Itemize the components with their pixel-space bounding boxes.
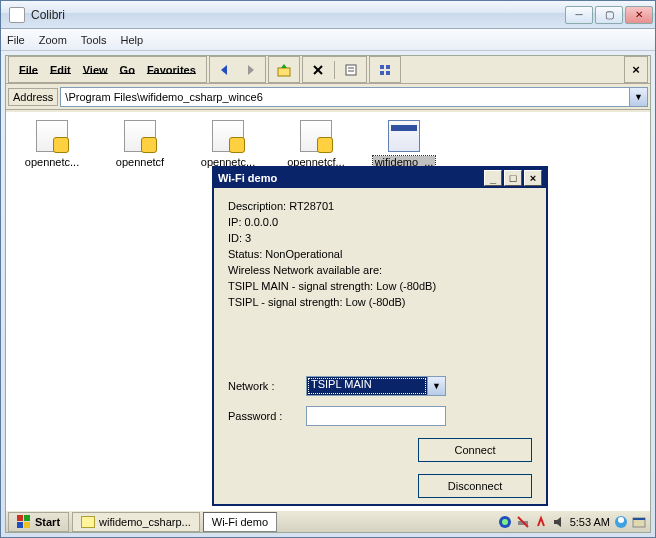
svg-rect-6 (346, 65, 356, 75)
svg-marker-1 (248, 65, 254, 75)
tray-disconnect-icon[interactable] (516, 515, 530, 529)
address-bar: Address ▼ (6, 84, 650, 110)
address-label: Address (8, 88, 58, 106)
forward-button[interactable] (239, 60, 261, 80)
close-button[interactable]: ✕ (625, 6, 653, 24)
folder-toolbar (268, 56, 300, 83)
outer-titlebar: Colibri ─ ▢ ✕ (1, 1, 655, 29)
file-item[interactable]: opennetcf... (282, 120, 350, 168)
properties-button[interactable] (340, 60, 362, 80)
ce-menu-view[interactable]: View (77, 62, 114, 78)
password-row: Password : (228, 406, 532, 426)
ce-menu-go[interactable]: Go (114, 62, 141, 78)
start-button[interactable]: Start (8, 512, 69, 532)
address-field-wrap: ▼ (60, 87, 648, 107)
svg-rect-25 (633, 518, 645, 520)
menu-file[interactable]: File (7, 34, 25, 46)
svg-rect-10 (386, 65, 390, 69)
wifi-network-1: TSIPL MAIN - signal strength: Low (-80dB… (228, 278, 532, 294)
taskbar-item-label: wifidemo_csharp... (99, 516, 191, 528)
address-input[interactable] (61, 91, 629, 103)
view-toolbar (369, 56, 401, 83)
tray-msn-icon[interactable] (614, 515, 628, 529)
file-item[interactable]: opennetc... (194, 120, 262, 168)
outer-window: Colibri ─ ▢ ✕ File Zoom Tools Help File … (0, 0, 656, 538)
svg-rect-13 (17, 515, 23, 521)
back-button[interactable] (214, 60, 236, 80)
tray-show-desktop-icon[interactable] (632, 515, 646, 529)
edit-toolbar (302, 56, 367, 83)
tray-clock[interactable]: 5:53 AM (570, 516, 610, 528)
delete-button[interactable] (307, 60, 329, 80)
wifi-titlebar[interactable]: Wi-Fi demo _ □ × (214, 168, 546, 188)
dll-icon (300, 120, 332, 152)
windows-flag-icon (17, 515, 31, 529)
nav-toolbar (209, 56, 266, 83)
app-icon (9, 7, 25, 23)
svg-rect-12 (386, 71, 390, 75)
file-item[interactable]: wifidemo_... (370, 120, 438, 168)
dll-icon (124, 120, 156, 152)
start-label: Start (35, 516, 60, 528)
file-label: opennetcf (116, 156, 164, 168)
minimize-button[interactable]: ─ (565, 6, 593, 24)
taskbar-item-wifi[interactable]: Wi-Fi demo (203, 512, 277, 532)
tray-network-icon[interactable] (498, 515, 512, 529)
up-folder-button[interactable] (273, 60, 295, 80)
svg-rect-2 (278, 68, 290, 76)
svg-rect-11 (380, 71, 384, 75)
menu-tools[interactable]: Tools (81, 34, 107, 46)
maximize-button[interactable]: ▢ (595, 6, 623, 24)
menu-zoom[interactable]: Zoom (39, 34, 67, 46)
disconnect-button[interactable]: Disconnect (418, 474, 532, 498)
svg-rect-15 (17, 522, 23, 528)
wifi-ip: IP: 0.0.0.0 (228, 214, 532, 230)
wifi-minimize-button[interactable]: _ (484, 170, 502, 186)
wifi-close-button[interactable]: × (524, 170, 542, 186)
svg-rect-16 (24, 522, 30, 528)
application-icon (388, 120, 420, 152)
connect-button[interactable]: Connect (418, 438, 532, 462)
wifi-description: Description: RT28701 (228, 198, 532, 214)
dll-icon (212, 120, 244, 152)
tray-wireless-icon[interactable] (534, 515, 548, 529)
window-title: Colibri (31, 8, 565, 22)
svg-marker-21 (554, 517, 561, 527)
ce-menu-edit[interactable]: Edit (44, 62, 77, 78)
explorer-toolbar: File Edit View Go Favorites × (6, 56, 650, 84)
network-dropdown-button[interactable]: ▼ (427, 377, 445, 395)
svg-marker-0 (221, 65, 227, 75)
wifi-body: Description: RT28701 IP: 0.0.0.0 ID: 3 S… (214, 188, 546, 508)
tray-volume-icon[interactable] (552, 515, 566, 529)
svg-point-18 (502, 519, 508, 525)
wifi-status: Status: NonOperational (228, 246, 532, 262)
folder-icon (81, 516, 95, 528)
password-label: Password : (228, 410, 306, 422)
menu-help[interactable]: Help (121, 34, 144, 46)
wifi-demo-window: Wi-Fi demo _ □ × Description: RT28701 IP… (212, 166, 548, 506)
password-input[interactable] (306, 406, 446, 426)
network-row: Network : TSIPL MAIN ▼ (228, 376, 532, 396)
wifi-available-header: Wireless Network available are: (228, 262, 532, 278)
network-selected-value: TSIPL MAIN (307, 377, 427, 395)
views-button[interactable] (374, 60, 396, 80)
ce-menu-favorites[interactable]: Favorites (141, 62, 202, 78)
explorer-close-button[interactable]: × (624, 56, 648, 83)
network-combobox[interactable]: TSIPL MAIN ▼ (306, 376, 446, 396)
outer-menubar: File Zoom Tools Help (1, 29, 655, 51)
svg-marker-3 (281, 64, 287, 68)
taskbar-item-label: Wi-Fi demo (212, 516, 268, 528)
wifi-network-2: TSIPL - signal strength: Low (-80dB) (228, 294, 532, 310)
taskbar: Start wifidemo_csharp... Wi-Fi demo 5:53… (6, 510, 650, 532)
file-item[interactable]: opennetc... (18, 120, 86, 168)
svg-rect-14 (24, 515, 30, 521)
svg-rect-9 (380, 65, 384, 69)
ce-menu-file[interactable]: File (13, 62, 44, 78)
address-dropdown-button[interactable]: ▼ (629, 88, 647, 106)
taskbar-item-explorer[interactable]: wifidemo_csharp... (72, 512, 200, 532)
wince-desktop: File Edit View Go Favorites × (5, 55, 651, 533)
file-item[interactable]: opennetcf (106, 120, 174, 168)
dll-icon (36, 120, 68, 152)
explorer-menu: File Edit View Go Favorites (8, 56, 207, 83)
wifi-maximize-button[interactable]: □ (504, 170, 522, 186)
